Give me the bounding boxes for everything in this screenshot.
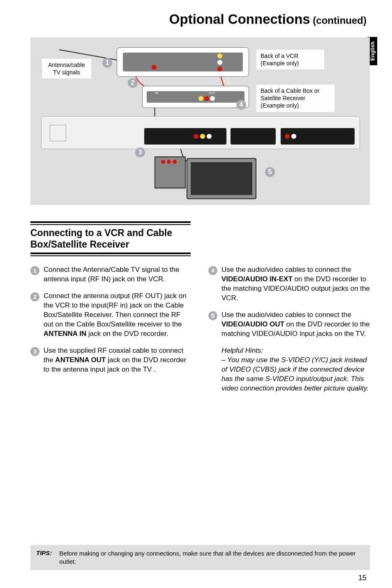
in-label: IN	[155, 91, 158, 95]
hints-title: Helpful Hints:	[221, 346, 370, 356]
diagram-bubble-4: 4	[236, 100, 246, 110]
right-column: 4 Use the audio/video cables to connect …	[208, 265, 370, 393]
left-column: 1 Connect the Antenna/Cable TV signal to…	[30, 265, 192, 393]
tips-text: Before making or changing any connection…	[59, 549, 364, 565]
heading-rule-bottom-2	[30, 255, 191, 256]
heading-rule-top	[30, 221, 191, 223]
hints-line: – You may use the S-VIDEO (Y/C) jack ins…	[221, 356, 370, 393]
step-2-bold: ANTENNA IN	[44, 330, 86, 338]
title-cont: (continued)	[310, 15, 367, 26]
step-3-bold: ANTENNA OUT	[55, 356, 106, 364]
diagram-bubble-2: 2	[128, 78, 138, 88]
step-5-bold: VIDEO/AUDIO OUT	[221, 320, 284, 328]
step-3: 3 Use the supplied RF coaxial cable to c…	[30, 346, 192, 374]
title-main: Optional Connections	[169, 11, 310, 27]
step-4-bold: VIDEO/AUDIO IN-EXT	[221, 275, 293, 283]
tv-back-panel	[187, 158, 256, 199]
step-5-pre: Use the audio/video cables to connect th…	[221, 311, 351, 319]
satellite-label: Back of a Cable Box or Satellite Receive…	[256, 85, 334, 112]
section-heading: Connecting to a VCR and Cable Box/Satell…	[30, 225, 191, 253]
step-5: 5 Use the audio/video cables to connect …	[208, 310, 370, 339]
step-2-post: jack on the DVD recorder.	[86, 330, 168, 338]
out-label: OUT	[209, 91, 216, 95]
diagram-bubble-5: 5	[265, 167, 275, 177]
bullet-5: 5	[208, 311, 217, 320]
diagram-bubble-1: 1	[102, 58, 112, 68]
body-columns: 1 Connect the Antenna/Cable TV signal to…	[30, 265, 370, 393]
dvd-recorder-back-panel	[41, 116, 360, 149]
step-2-pre: Connect the antenna output (RF OUT) jack…	[44, 292, 187, 328]
step-2: 2 Connect the antenna output (RF OUT) ja…	[30, 292, 192, 339]
vcr-back-panel	[117, 47, 249, 77]
bullet-2: 2	[30, 292, 39, 301]
bullet-1: 1	[30, 266, 39, 275]
bullet-4: 4	[208, 266, 217, 275]
vcr-label: Back of a VCR (Example only)	[256, 50, 324, 69]
page-title: Optional Connections (continued)	[0, 0, 392, 31]
wiring-diagram: Antenna/cable TV signals Back of a VCR (…	[30, 37, 370, 205]
step-4-pre: Use the audio/video cables to connect th…	[221, 266, 351, 273]
diagram-bubble-3: 3	[135, 147, 145, 157]
heading-rule-bottom	[30, 253, 191, 254]
step-1-text: Connect the Antenna/Cable TV signal to t…	[44, 266, 179, 283]
step-1: 1 Connect the Antenna/Cable TV signal to…	[30, 265, 192, 284]
tips-label: TIPS:	[36, 549, 52, 565]
bullet-3: 3	[30, 347, 39, 356]
helpful-hints: Helpful Hints: – You may use the S-VIDEO…	[221, 346, 370, 393]
step-4: 4 Use the audio/video cables to connect …	[208, 265, 370, 303]
page-number: 15	[358, 574, 367, 582]
tips-box: TIPS: Before making or changing any conn…	[30, 545, 370, 570]
cablebox-back-panel: IN OUT	[142, 86, 249, 108]
